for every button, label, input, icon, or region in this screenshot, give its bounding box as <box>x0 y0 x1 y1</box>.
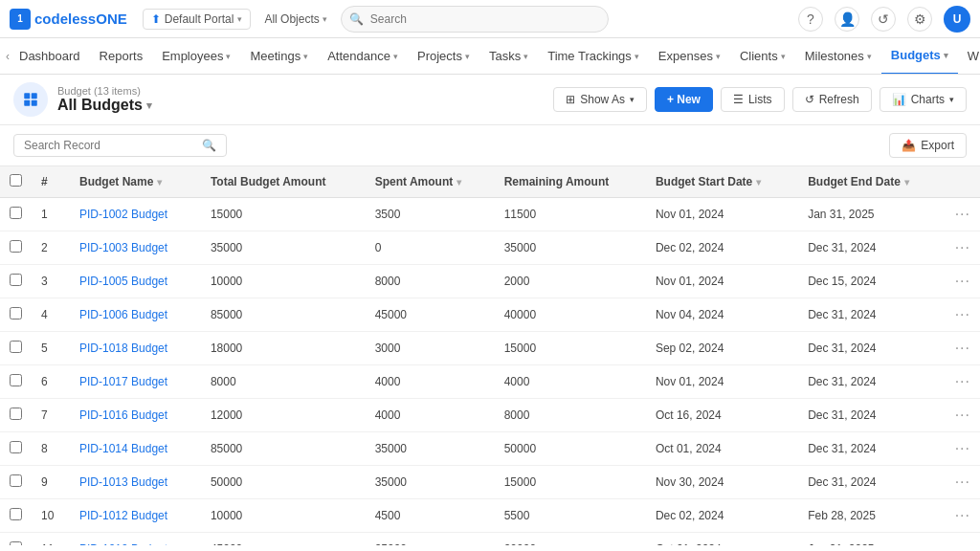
row-checkbox-4[interactable] <box>10 307 22 320</box>
charts-label: Charts <box>911 93 945 106</box>
row-checkbox-cell <box>0 533 32 546</box>
row-actions-4[interactable]: ··· <box>946 298 980 332</box>
page-title[interactable]: All Budgets ▾ <box>57 97 152 114</box>
nav-tasks[interactable]: Tasks ▾ <box>479 38 538 75</box>
row-menu-dots-5[interactable]: ··· <box>955 340 970 356</box>
all-objects-dropdown[interactable]: All Objects ▾ <box>258 10 332 29</box>
row-actions-10[interactable]: ··· <box>946 499 980 533</box>
row-menu-dots-6[interactable]: ··· <box>955 373 970 389</box>
row-menu-dots-4[interactable]: ··· <box>955 306 970 322</box>
row-menu-dots-2[interactable]: ··· <box>955 239 970 255</box>
row-actions-5[interactable]: ··· <box>946 332 980 365</box>
row-menu-dots-9[interactable]: ··· <box>955 474 970 490</box>
svg-rect-1 <box>32 93 37 99</box>
row-checkbox-8[interactable] <box>10 441 22 453</box>
row-actions-3[interactable]: ··· <box>946 265 980 298</box>
nav-time-trackings[interactable]: Time Trackings ▾ <box>538 38 649 75</box>
row-menu-dots-11[interactable]: ··· <box>955 540 970 545</box>
charts-button[interactable]: 📊 Charts ▾ <box>880 87 967 112</box>
nav-attendance-caret: ▾ <box>393 52 398 61</box>
row-budget-name-8[interactable]: PID-1014 Budget <box>70 432 201 466</box>
row-actions-1[interactable]: ··· <box>946 198 980 231</box>
row-actions-9[interactable]: ··· <box>946 466 980 499</box>
search-record-input[interactable] <box>24 139 196 152</box>
col-header-start-date[interactable]: Budget Start Date ▾ <box>646 166 798 198</box>
row-num-11: 11 <box>32 533 70 546</box>
nav-dashboard[interactable]: Dashboard <box>10 38 90 75</box>
select-all-checkbox[interactable] <box>10 174 22 187</box>
search-row: 🔍 📤 Export <box>0 125 980 166</box>
row-checkbox-cell <box>0 332 32 365</box>
export-button[interactable]: 📤 Export <box>889 133 967 158</box>
col-header-end-date[interactable]: Budget End Date ▾ <box>798 166 946 198</box>
page-icon <box>13 82 48 117</box>
row-budget-name-11[interactable]: PID-1010 Budget <box>70 533 201 546</box>
avatar[interactable]: U <box>944 6 970 33</box>
nav-budgets[interactable]: Budgets ▾ <box>881 38 958 75</box>
row-checkbox-11[interactable] <box>10 541 22 545</box>
row-actions-6[interactable]: ··· <box>946 365 980 399</box>
row-start-date-9: Nov 30, 2024 <box>646 466 798 499</box>
row-checkbox-3[interactable] <box>10 274 22 286</box>
row-menu-dots-10[interactable]: ··· <box>955 507 970 523</box>
row-checkbox-1[interactable] <box>10 207 22 219</box>
nav-projects[interactable]: Projects ▾ <box>408 38 479 75</box>
row-budget-name-1[interactable]: PID-1002 Budget <box>70 198 201 231</box>
row-checkbox-7[interactable] <box>10 408 22 420</box>
row-menu-dots-3[interactable]: ··· <box>955 273 970 289</box>
row-budget-name-6[interactable]: PID-1017 Budget <box>70 365 201 399</box>
row-budget-name-5[interactable]: PID-1018 Budget <box>70 332 201 365</box>
budgets-table: # Budget Name ▾ Total Budget Amount Spen… <box>0 166 980 545</box>
global-search-input[interactable] <box>341 6 609 33</box>
new-button[interactable]: + New <box>655 87 713 112</box>
nav-reports[interactable]: Reports <box>90 38 153 75</box>
nav-meetings[interactable]: Meetings ▾ <box>240 38 318 75</box>
help-icon[interactable]: ? <box>798 7 823 32</box>
nav-milestones-label: Milestones <box>805 49 864 63</box>
row-menu-dots-1[interactable]: ··· <box>955 206 970 222</box>
settings-icon[interactable]: ⚙ <box>907 7 932 32</box>
nav-attendance[interactable]: Attendance ▾ <box>318 38 408 75</box>
row-actions-2[interactable]: ··· <box>946 231 980 265</box>
row-budget-name-10[interactable]: PID-1012 Budget <box>70 499 201 533</box>
portal-selector[interactable]: ⬆ Default Portal ▾ <box>143 9 252 30</box>
show-as-button[interactable]: ⊞ Show As ▾ <box>553 87 647 112</box>
row-spent-9: 35000 <box>366 466 495 499</box>
refresh-button[interactable]: ↺ Refresh <box>792 87 872 112</box>
nav-clients[interactable]: Clients ▾ <box>730 38 795 75</box>
row-remaining-6: 4000 <box>495 365 646 399</box>
budget-name-sort-icon: ▾ <box>157 177 162 187</box>
start-date-sort-icon: ▾ <box>756 177 761 187</box>
row-actions-7[interactable]: ··· <box>946 399 980 432</box>
users-icon[interactable]: 👤 <box>835 7 859 32</box>
row-budget-name-3[interactable]: PID-1005 Budget <box>70 265 201 298</box>
nav-expenses[interactable]: Expenses ▾ <box>649 38 730 75</box>
row-total-2: 35000 <box>201 231 366 265</box>
logo: 1 codelessONE <box>10 9 127 30</box>
row-checkbox-2[interactable] <box>10 240 22 253</box>
row-checkbox-10[interactable] <box>10 508 22 520</box>
table-row: 10 PID-1012 Budget 10000 4500 5500 Dec 0… <box>0 499 980 533</box>
row-total-11: 45000 <box>201 533 366 546</box>
nav-milestones[interactable]: Milestones ▾ <box>795 38 881 75</box>
nav-employees[interactable]: Employees ▾ <box>152 38 240 75</box>
row-menu-dots-8[interactable]: ··· <box>955 440 970 456</box>
nav-more[interactable]: W <box>958 38 980 75</box>
col-header-spent[interactable]: Spent Amount ▾ <box>366 166 495 198</box>
row-checkbox-9[interactable] <box>10 474 22 487</box>
nav-meetings-label: Meetings <box>250 49 301 63</box>
row-actions-8[interactable]: ··· <box>946 432 980 466</box>
col-header-budget-name[interactable]: Budget Name ▾ <box>70 166 201 198</box>
row-menu-dots-7[interactable]: ··· <box>955 407 970 423</box>
row-budget-name-4[interactable]: PID-1006 Budget <box>70 298 201 332</box>
row-end-date-4: Dec 31, 2024 <box>798 298 946 332</box>
row-checkbox-5[interactable] <box>10 341 22 353</box>
row-budget-name-7[interactable]: PID-1016 Budget <box>70 399 201 432</box>
row-budget-name-9[interactable]: PID-1013 Budget <box>70 466 201 499</box>
row-budget-name-2[interactable]: PID-1003 Budget <box>70 231 201 265</box>
history-icon[interactable]: ↺ <box>871 7 896 32</box>
row-checkbox-6[interactable] <box>10 374 22 386</box>
row-end-date-8: Dec 31, 2024 <box>798 432 946 466</box>
lists-button[interactable]: ☰ Lists <box>721 87 785 112</box>
row-actions-11[interactable]: ··· <box>946 533 980 546</box>
